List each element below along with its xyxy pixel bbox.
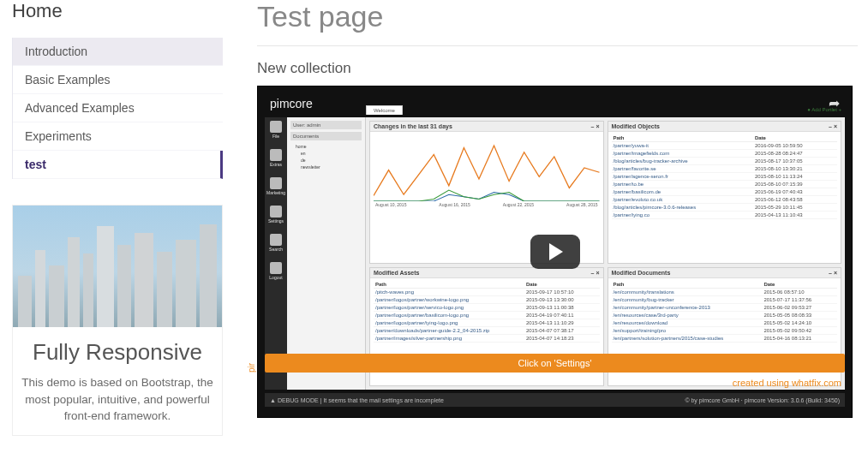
panel-mod-objects-title: Modified Objects <box>612 123 660 129</box>
nav-item-test[interactable]: test <box>13 151 223 179</box>
tree-section: Documents <box>290 132 362 140</box>
file-icon[interactable] <box>270 121 282 133</box>
tree-child[interactable]: en <box>290 150 362 157</box>
panel-changes-title: Changes in the last 31 days <box>374 123 452 129</box>
changes-chart: August 10, 2015 August 16, 2015 August 2… <box>370 132 603 218</box>
welcome-tab[interactable]: Welcome <box>366 105 403 115</box>
marketing-icon[interactable] <box>270 177 282 189</box>
table-row[interactable]: /blog/articles/bug-tracker-archive2015-0… <box>612 158 838 165</box>
promo-image <box>13 206 222 327</box>
sidebar: Home Introduction Basic Examples Advance… <box>0 0 231 444</box>
nav-item-advanced-examples[interactable]: Advanced Examples <box>13 94 223 122</box>
nav-item-basic-examples[interactable]: Basic Examples <box>13 66 223 94</box>
table-row[interactable]: /en/community/translations2015-06 08:57:… <box>612 288 838 295</box>
video-embed[interactable]: pimcore ➦ File Extras Marketing Settings… <box>257 86 853 418</box>
table-row[interactable]: /partner/evoluto.co.uk2015-06-12 08:43:5… <box>612 196 838 204</box>
table-row[interactable]: /en/community/bug-tracker2015-07-17 11:3… <box>612 295 838 303</box>
debug-bar: ▲ DEBUG MODE | It seems that the mail se… <box>265 393 845 407</box>
home-heading[interactable]: Home <box>12 0 223 22</box>
table-row[interactable]: /partner/iying.co2015-04-13 11:10:43 <box>612 212 838 219</box>
table-row[interactable]: /partner/yuwa-it2016-09-05 10:59:50 <box>612 142 838 150</box>
table-row[interactable]: /pitch-waves.png2015-09-17 10:57:10 <box>374 288 600 295</box>
promo-title: Fully Responsive <box>21 339 213 366</box>
add-portlet-link[interactable]: ● Add Portlet + <box>807 107 841 112</box>
panel-mod-objects: Modified Objects– × PathDate/partner/yuw… <box>608 121 842 264</box>
nav-item-introduction[interactable]: Introduction <box>13 38 223 66</box>
promo-text: This demo is based on Bootstrap, the mos… <box>21 374 213 425</box>
settings-icon[interactable] <box>270 206 282 218</box>
nav-item-experiments[interactable]: Experiments <box>13 122 223 151</box>
search-icon[interactable] <box>270 234 282 246</box>
main-content: Test page New collection pimcore ➦ File … <box>231 0 868 444</box>
logout-icon[interactable] <box>270 262 282 274</box>
promo-card: Fully Responsive This demo is based on B… <box>12 205 223 436</box>
table-row[interactable]: /partner/to.be2015-08-10 07:15:39 <box>612 181 838 188</box>
section-label: New collection <box>257 60 858 77</box>
table-row[interactable]: /partner/basilicom.de2015-06-19 07:40:43 <box>612 188 838 196</box>
tutorial-callout: Click on 'Settings' <box>265 354 845 373</box>
table-row[interactable]: /blog/articles/pimcore-3.0.6-releases201… <box>612 204 838 212</box>
app-tree: User: admin Documents home en de newslet… <box>287 117 366 390</box>
table-row[interactable]: /partner/logos/partner/workwine-logo.png… <box>374 295 600 303</box>
table-row[interactable]: /en/partners/solution-partners/2015/case… <box>612 334 838 342</box>
panel-mod-assets-title: Modified Assets <box>374 270 419 276</box>
video-header: pimcore ➦ <box>258 86 852 118</box>
tree-root[interactable]: home <box>290 143 362 150</box>
table-row[interactable]: /partner/images/silver-partnership.png20… <box>374 334 600 342</box>
tree-child[interactable]: de <box>290 157 362 164</box>
panel-mod-docs-title: Modified Documents <box>612 270 671 276</box>
play-button[interactable] <box>530 235 580 269</box>
pimcore-vertical-label: pir <box>247 363 256 373</box>
table-row[interactable]: /partner/favorite.se2015-08-10 13:30:21 <box>612 165 838 173</box>
table-row[interactable]: /partner/downloads/partner-guide-2.2_04-… <box>374 326 600 334</box>
nav-list: Introduction Basic Examples Advanced Exa… <box>12 38 223 179</box>
page-title: Test page <box>257 0 858 46</box>
whatfix-credit: created using whatfix.com <box>733 378 841 388</box>
extras-icon[interactable] <box>270 149 282 161</box>
table-row[interactable]: /en/support/training/pro2015-05-02 09:50… <box>612 326 838 334</box>
tree-user: User: admin <box>290 121 362 129</box>
table-row[interactable]: /partner/imagefields.com2015-08-28 08:24… <box>612 150 838 158</box>
table-row[interactable]: /partner/logos/partner/basilicom-logo.pn… <box>374 311 600 319</box>
tree-child[interactable]: newsletter <box>290 164 362 170</box>
table-row[interactable]: /partner/logos/partner/iying-logo.png201… <box>374 319 600 326</box>
table-row[interactable]: /en/community/partner-unconference-20132… <box>612 303 838 311</box>
video-title: pimcore <box>270 97 313 110</box>
table-row[interactable]: /en/resources/download2015-05-02 14:24:1… <box>612 319 838 326</box>
app-dashboard: Welcome ● Add Portlet + Changes in the l… <box>366 117 845 390</box>
table-row[interactable]: /partner/logos/partner/servico-logo.png2… <box>374 303 600 311</box>
app-left-rail: File Extras Marketing Settings Search Lo… <box>265 117 287 390</box>
table-row[interactable]: /partner/agence-seron.fr2015-08-10 11:13… <box>612 173 838 181</box>
table-row[interactable]: /en/resources/case/3rd-party2015-05-05 0… <box>612 311 838 319</box>
